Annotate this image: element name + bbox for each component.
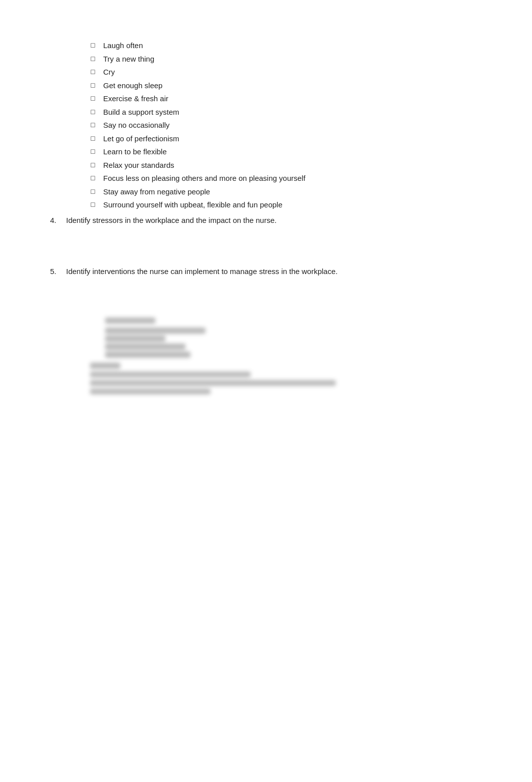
bullet-icon: ◻: [90, 54, 99, 64]
bullet-icon: ◻: [90, 80, 99, 90]
blurred-line-4: [105, 344, 185, 350]
blurred-note-line-1: [90, 372, 250, 377]
blurred-line-1: [105, 318, 155, 324]
blurred-note-label: [90, 363, 120, 369]
bullet-item-text: Surround yourself with upbeat, flexible …: [103, 199, 283, 211]
bullet-list-item: ◻Say no occasionally: [90, 120, 482, 131]
bullet-item-text: Get enough sleep: [103, 80, 162, 92]
blurred-line-3: [105, 336, 165, 342]
bullet-item-text: Learn to be flexible: [103, 146, 167, 158]
bullet-item-text: Cry: [103, 67, 115, 78]
bullet-item-text: Say no occasionally: [103, 120, 170, 131]
blurred-answer-section: [105, 318, 482, 358]
bullet-icon: ◻: [90, 173, 99, 183]
bullet-icon: ◻: [90, 67, 99, 77]
bullet-icon: ◻: [90, 40, 99, 50]
bullet-icon: ◻: [90, 93, 99, 103]
bullet-list-item: ◻Exercise & fresh air: [90, 93, 482, 105]
bullet-list-item: ◻Focus less on pleasing others and more …: [90, 173, 482, 184]
blurred-line-5: [105, 352, 190, 358]
numbered-item-5: 5. Identify interventions the nurse can …: [50, 266, 482, 278]
bullet-list-item: ◻Get enough sleep: [90, 80, 482, 92]
numbered-item-4: 4. Identify stressors in the workplace a…: [50, 215, 482, 226]
bullet-item-text: Let go of perfectionism: [103, 133, 179, 145]
bullet-item-text: Try a new thing: [103, 54, 154, 65]
bullet-list-item: ◻Cry: [90, 67, 482, 78]
bullet-icon: ◻: [90, 133, 99, 143]
item-5-number: 5.: [50, 266, 66, 278]
blurred-note-line-3: [90, 389, 210, 394]
bullet-item-text: Relax your standards: [103, 160, 174, 171]
bullet-item-text: Build a support system: [103, 107, 179, 118]
blurred-line-2: [105, 328, 205, 334]
bullet-list-item: ◻Stay away from negative people: [90, 186, 482, 198]
bullet-icon: ◻: [90, 107, 99, 117]
bullet-list-item: ◻Laugh often: [90, 40, 482, 52]
bullet-icon: ◻: [90, 120, 99, 130]
bullet-list-item: ◻Surround yourself with upbeat, flexible…: [90, 199, 482, 211]
blurred-note-line-2: [90, 380, 336, 386]
item-5-text: Identify interventions the nurse can imp…: [66, 266, 338, 278]
item-4-text: Identify stressors in the workplace and …: [66, 215, 277, 226]
bullet-list-item: ◻Let go of perfectionism: [90, 133, 482, 145]
blurred-note-section: [90, 363, 482, 394]
bullet-item-text: Focus less on pleasing others and more o…: [103, 173, 306, 184]
bullet-list-item: ◻Try a new thing: [90, 54, 482, 65]
item-4-number: 4.: [50, 215, 66, 226]
bullet-list-item: ◻Relax your standards: [90, 160, 482, 171]
bullet-icon: ◻: [90, 199, 99, 209]
bullet-list-item: ◻Build a support system: [90, 107, 482, 118]
bullet-item-text: Exercise & fresh air: [103, 93, 168, 105]
bullet-list: ◻Laugh often◻Try a new thing◻Cry◻Get eno…: [90, 40, 482, 211]
bullet-list-item: ◻Learn to be flexible: [90, 146, 482, 158]
bullet-icon: ◻: [90, 160, 99, 170]
bullet-item-text: Laugh often: [103, 40, 143, 52]
bullet-icon: ◻: [90, 146, 99, 156]
bullet-item-text: Stay away from negative people: [103, 186, 210, 198]
bullet-icon: ◻: [90, 186, 99, 196]
